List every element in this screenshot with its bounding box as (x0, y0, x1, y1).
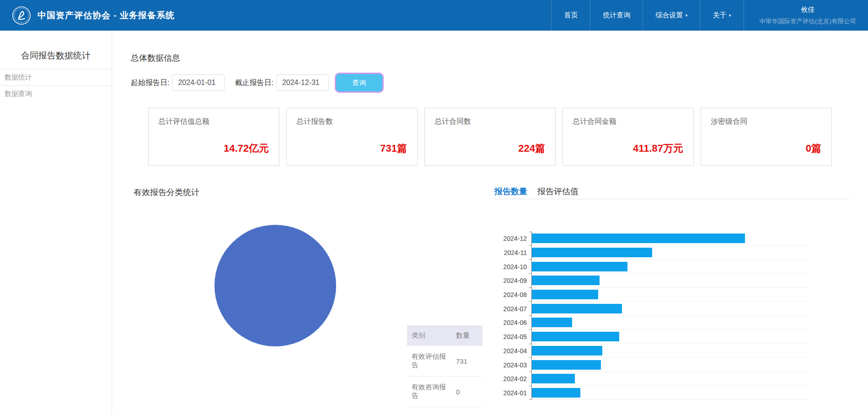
sidebar-item-data-query[interactable]: 数据查询 (0, 85, 112, 102)
bar-fill (532, 346, 602, 356)
sidebar: 合同报告数据统计 数据统计数据查询 (0, 31, 112, 414)
stat-card-label: 总计报告数 (296, 117, 333, 127)
end-date-label: 截止报告日: (235, 78, 273, 88)
bar-row: 2024-02 (495, 372, 808, 386)
bar-track (531, 274, 808, 288)
stat-card-label: 总计评估值总额 (158, 117, 209, 127)
bar-track (531, 246, 808, 260)
bar-fill (532, 332, 619, 341)
bar-category-label: 2024-09 (495, 277, 531, 284)
stat-card-value: 731篇 (380, 142, 407, 155)
bar-fill (532, 276, 600, 285)
bar-fill (532, 318, 572, 327)
sidebar-title: 合同报告数据统计 (0, 50, 112, 69)
bar-track (531, 260, 808, 274)
brand: 中国资产评估协会 - 业务报备系统 (0, 6, 175, 25)
bar-track (531, 372, 808, 386)
bar-row: 2024-07 (495, 302, 808, 316)
bar-row: 2024-06 (495, 316, 808, 330)
stat-card-value: 411.87万元 (633, 142, 683, 155)
nav-item-label: 关于 (713, 11, 726, 20)
search-button[interactable]: 查询 (336, 74, 382, 91)
table-cell-value: 0 (451, 377, 482, 407)
stat-card-label: 总计合同数 (434, 117, 471, 127)
bar-category-label: 2024-05 (495, 333, 531, 340)
bar-track (531, 358, 808, 372)
bar-fill (532, 234, 745, 243)
bar-track (531, 386, 808, 400)
stat-card-label: 总计合同金额 (573, 117, 616, 127)
stat-card-classified-contracts: 涉密级合同0篇 (701, 108, 832, 166)
stat-cards-row: 总计评估值总额14.72亿元总计报告数731篇总计合同数224篇总计合同金额41… (148, 108, 832, 166)
table-header-cell: 数量 (451, 325, 482, 346)
bar-row: 2024-11 (495, 246, 808, 260)
pie-section-title: 有效报告分类统计 (134, 187, 199, 198)
tabs-underline (494, 199, 850, 199)
chevron-down-icon: ▾ (685, 13, 687, 18)
bar-category-label: 2024-04 (495, 347, 531, 355)
bar-row: 2024-08 (495, 288, 808, 302)
bar-track (531, 316, 808, 330)
stat-card-total-reports: 总计报告数731篇 (286, 108, 418, 166)
bar-category-label: 2024-08 (495, 291, 531, 298)
bar-fill (532, 248, 652, 257)
bar-category-label: 2024-10 (495, 263, 531, 271)
bar-row: 2024-03 (495, 358, 808, 372)
stat-card-value: 224篇 (518, 142, 545, 155)
bar-row: 2024-01 (495, 386, 808, 400)
table-cell-label: 有效咨询报告 (407, 377, 451, 407)
header: 中国资产评估协会 - 业务报备系统 首页统计查询综合设置▾关于▾ 攸佳 中审华国… (0, 0, 868, 31)
stat-card-value: 0篇 (806, 142, 821, 155)
start-date-label: 起始报告日: (131, 78, 169, 88)
bar-fill (532, 388, 580, 398)
start-date-input[interactable] (172, 74, 225, 91)
bar-category-label: 2024-03 (495, 361, 531, 369)
chevron-down-icon: ▾ (729, 13, 731, 18)
table-cell-value: 731 (451, 346, 482, 377)
nav-item-label: 综合设置 (655, 11, 683, 20)
bar-track (531, 288, 808, 302)
stat-card-label: 涉密级合同 (711, 117, 747, 127)
association-logo-icon (12, 6, 31, 25)
bar-track (531, 344, 808, 358)
stat-card-total-contracts: 总计合同数224篇 (424, 108, 556, 166)
bar-fill (532, 290, 598, 299)
stat-card-total-contract-amount: 总计合同金额411.87万元 (563, 108, 694, 166)
bar-row: 2024-09 (495, 274, 808, 288)
pie-chart (214, 225, 336, 346)
bar-fill (532, 262, 627, 271)
nav-item-stats-query[interactable]: 统计查询 (590, 0, 643, 31)
bar-category-label: 2024-11 (495, 249, 531, 256)
bar-fill (532, 304, 622, 313)
bar-row: 2024-04 (495, 344, 808, 358)
date-filter-row: 起始报告日: 截止报告日: 查询 (131, 74, 382, 91)
bar-category-label: 2024-01 (495, 389, 531, 397)
bar-fill (532, 374, 575, 383)
stat-card-total-appraisal-value: 总计评估值总额14.72亿元 (148, 108, 279, 166)
user-menu[interactable]: 攸佳 中审华国际资产评估(北京)有限公司 (744, 0, 868, 31)
nav-item-settings[interactable]: 综合设置▾ (643, 0, 700, 31)
bar-row: 2024-05 (495, 330, 808, 344)
category-count-table: 类别数量 有效评估报告731有效咨询报告0 (407, 325, 482, 407)
bar-row: 2024-10 (495, 260, 808, 274)
bar-row: 2024-12 (495, 232, 808, 246)
bar-category-label: 2024-02 (495, 375, 531, 382)
bar-fill (532, 360, 601, 370)
end-date-input[interactable] (276, 74, 329, 91)
user-name: 攸佳 (801, 5, 814, 14)
table-cell-label: 有效评估报告 (407, 346, 451, 377)
bar-category-label: 2024-07 (495, 305, 531, 313)
nav-item-label: 首页 (564, 11, 578, 20)
main-content: 总体数据信息 起始报告日: 截止报告日: 查询 总计评估值总额14.72亿元总计… (112, 31, 868, 414)
bar-track (531, 330, 808, 344)
sidebar-item-data-statistics[interactable]: 数据统计 (0, 69, 112, 85)
bar-category-label: 2024-06 (495, 319, 531, 326)
bar-track (531, 232, 808, 246)
nav-item-about[interactable]: 关于▾ (700, 0, 743, 31)
nav-item-home[interactable]: 首页 (551, 0, 590, 31)
table-header-cell: 类别 (407, 325, 451, 346)
app-title: 中国资产评估协会 - 业务报备系统 (38, 10, 175, 21)
overview-title: 总体数据信息 (131, 53, 180, 64)
nav-item-label: 统计查询 (603, 11, 630, 20)
user-company: 中审华国际资产评估(北京)有限公司 (760, 17, 857, 26)
